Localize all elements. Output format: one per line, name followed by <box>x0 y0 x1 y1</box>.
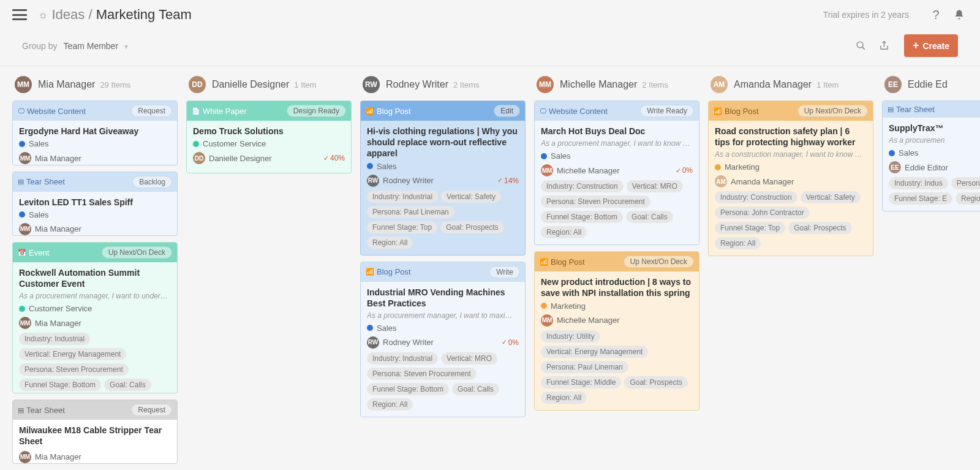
tag[interactable]: Goal: Calls <box>104 379 151 391</box>
tag[interactable]: Vertical: Energy Management <box>541 346 648 358</box>
category-dot <box>19 141 25 147</box>
column-body[interactable]: ▤Tear Sheet SupplyTrax™ As a procuremenS… <box>882 100 980 214</box>
tag[interactable]: Industry: Industrial <box>19 333 90 345</box>
card[interactable]: 📄White PaperDesign Ready Demo Truck Solu… <box>186 100 352 173</box>
tag[interactable]: Region: All <box>367 398 413 411</box>
tag[interactable]: Region: All <box>367 237 413 249</box>
tag[interactable]: Industry: Industrial <box>367 191 438 203</box>
tag[interactable]: Goal: Prospects <box>788 222 851 234</box>
card-tags: Industry: IndustrialVertical: SafetyPers… <box>367 191 519 249</box>
assignee-row: RWRodney Writer0% <box>367 336 519 349</box>
tag[interactable]: Persona: Stev <box>951 177 980 189</box>
card-tags: Industry: IndustrialVertical: Energy Man… <box>19 333 171 393</box>
avatar[interactable]: MM <box>537 76 554 93</box>
card[interactable]: 📶Blog PostWrite Industrial MRO Vending M… <box>360 262 526 417</box>
tag[interactable]: Region: All <box>956 192 980 205</box>
search-icon[interactable] <box>853 37 870 55</box>
card[interactable]: 📶Blog PostUp Next/On Deck New product in… <box>534 251 699 410</box>
card[interactable]: ▤Tear Sheet SupplyTrax™ As a procuremenS… <box>882 100 980 211</box>
column-body[interactable]: 📶Blog PostEdit Hi-vis clothing regulatio… <box>360 100 527 420</box>
share-icon[interactable] <box>876 37 893 55</box>
tag[interactable]: Funnel Stage: Bottom <box>367 383 449 395</box>
avatar[interactable]: MM <box>15 76 32 93</box>
column-body[interactable]: 📄White PaperDesign Ready Demo Truck Solu… <box>186 100 353 176</box>
card-title: New product introduction | 8 ways to sav… <box>541 276 693 298</box>
card-progress: 0% <box>676 166 693 175</box>
tag[interactable]: Vertical: MRO <box>627 180 683 192</box>
tag[interactable]: Persona: Paul Lineman <box>367 206 454 218</box>
assignee-row: DDDanielle Designer40% <box>193 152 345 164</box>
type-icon: 📶 <box>366 268 374 276</box>
tag[interactable]: Funnel Stage: E <box>889 192 952 205</box>
tag[interactable]: Industry: Construction <box>541 180 624 192</box>
tag[interactable]: Vertical: MRO <box>441 352 497 365</box>
avatar-small: RW <box>367 336 379 349</box>
tag[interactable]: Region: All <box>541 226 587 238</box>
tag[interactable]: Persona: Steven Procurement <box>367 368 477 380</box>
bell-icon[interactable] <box>951 6 968 23</box>
tag[interactable]: Industry: Utility <box>541 330 600 343</box>
card-title: Hi-vis clothing regulations | Why you sh… <box>367 126 519 159</box>
tag[interactable]: Funnel Stage: Bottom <box>541 211 623 223</box>
tag[interactable]: Industry: Construction <box>715 191 797 203</box>
avatar-small: RW <box>367 175 379 187</box>
card-body: Road construction safety plan | 6 tips f… <box>709 121 873 256</box>
tag[interactable]: Industry: Indus <box>889 177 948 189</box>
tag[interactable]: Goal: Prospects <box>440 221 503 233</box>
assignee-row: EEEddie Editor <box>889 161 980 173</box>
tag[interactable]: Funnel Stage: Bottom <box>19 379 101 391</box>
column-header: DD Danielle Designer 1 Item <box>186 75 353 100</box>
card-progress: 40% <box>323 154 345 162</box>
column-body[interactable]: 📶Blog PostUp Next/On Deck Road construct… <box>708 100 875 259</box>
tag[interactable]: Persona: Paul Lineman <box>541 361 628 373</box>
column-body[interactable]: 🖵Website ContentRequest Ergodyne Hard Ha… <box>12 100 179 466</box>
tag[interactable]: Vertical: Energy Management <box>19 348 126 360</box>
tag[interactable]: Funnel Stage: Middle <box>541 376 621 389</box>
card-title: Rockwell Automation Summit Customer Even… <box>19 267 171 289</box>
card-progress: 0% <box>502 338 519 347</box>
menu-icon[interactable] <box>12 9 27 20</box>
board[interactable]: MM Mia Manager 29 Items 🖵Website Content… <box>0 66 980 470</box>
tag[interactable]: Funnel Stage: Top <box>367 221 437 233</box>
tag[interactable]: Goal: Calls <box>452 383 499 395</box>
card-type: 🖵Website Content <box>540 107 608 116</box>
card[interactable]: 📶Blog PostEdit Hi-vis clothing regulatio… <box>360 100 526 256</box>
tag[interactable]: Funnel Stage: Top <box>715 222 785 234</box>
tag[interactable]: Persona: Steven Procurement <box>19 363 129 376</box>
card-subtitle: As a procurement manager, I want to know… <box>541 139 693 148</box>
tag[interactable]: Vertical: Safety <box>441 191 501 203</box>
card-tags: Industry: ConstructionVertical: SafetyPe… <box>715 191 867 249</box>
avatar-small: DD <box>193 152 205 164</box>
tag[interactable]: Industry: Industrial <box>367 352 438 365</box>
avatar[interactable]: RW <box>363 76 380 93</box>
breadcrumb-root[interactable]: Ideas <box>52 7 85 22</box>
tag[interactable]: Vertical: Safety <box>801 191 861 203</box>
card[interactable]: 📅EventUp Next/On Deck Rockwell Automatio… <box>12 242 178 393</box>
avatar[interactable]: EE <box>884 76 902 93</box>
card[interactable]: 📶Blog PostUp Next/On Deck Road construct… <box>708 100 873 256</box>
column-body[interactable]: 🖵Website ContentWrite Ready March Hot Bu… <box>534 100 701 413</box>
help-icon[interactable]: ? <box>927 6 944 23</box>
avatar-small: MM <box>19 317 31 329</box>
card[interactable]: 🖵Website ContentWrite Ready March Hot Bu… <box>534 100 699 245</box>
tag[interactable]: Goal: Calls <box>626 211 673 223</box>
card-type: ▤Tear Sheet <box>18 406 65 415</box>
card[interactable]: 🖵Website ContentRequest Ergodyne Hard Ha… <box>12 100 178 165</box>
tag[interactable]: Goal: Prospects <box>624 376 687 389</box>
avatar-small: MM <box>19 451 31 463</box>
create-button[interactable]: + Create <box>904 34 958 57</box>
tag[interactable]: Persona: Steven Procurement <box>541 195 650 208</box>
card[interactable]: ▤Tear SheetBacklog Leviton LED TT1 Sales… <box>12 172 178 237</box>
chevron-down-icon: ▾ <box>124 42 128 51</box>
column-header: MM Michelle Manager 2 Items <box>534 75 701 100</box>
avatar[interactable]: AM <box>710 76 728 93</box>
tag[interactable]: Persona: John Contractor <box>715 207 810 219</box>
tag[interactable]: Region: All <box>715 237 761 249</box>
card-status: Request <box>131 404 172 416</box>
tag[interactable]: Region: All <box>541 392 587 404</box>
groupby-dropdown[interactable]: Team Member ▾ <box>64 41 128 51</box>
breadcrumb-sep: / <box>88 7 96 22</box>
card[interactable]: ▤Tear SheetRequest Milwaukee M18 Cable S… <box>12 400 178 464</box>
breadcrumb-active[interactable]: Marketing Team <box>96 7 192 22</box>
avatar[interactable]: DD <box>189 76 206 93</box>
